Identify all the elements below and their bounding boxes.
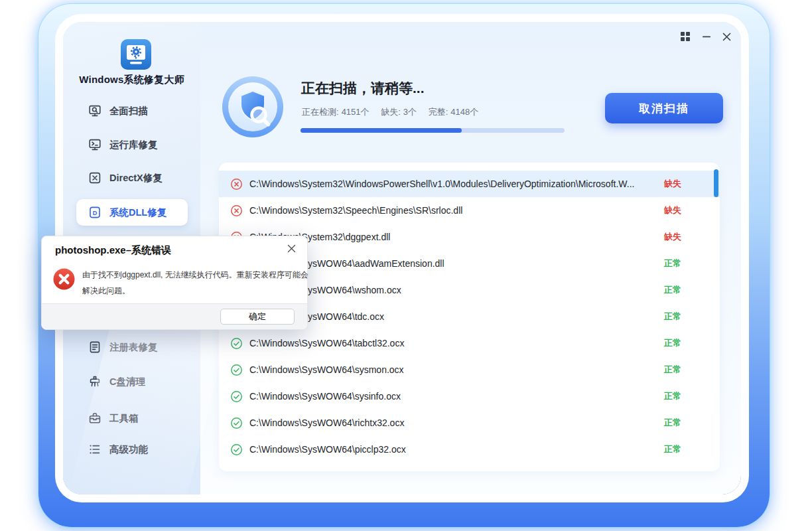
disk-clean-brush-icon [88,375,102,388]
status-badge: 缺失 [664,204,681,216]
sidebar-item-4[interactable]: D系统DLL修复 [76,199,188,226]
file-path: C:\Windows\SysWOW64\sysinfo.ocx [249,391,401,402]
dialog-message-line: 解决此问题。 [82,283,308,299]
status-badge: 正常 [664,443,681,455]
stat-label: 完整: [429,107,448,117]
status-badge: 正常 [664,258,681,269]
scan-status-title: 正在扫描，请稍等... [301,79,425,98]
status-badge: 正常 [664,284,681,296]
sidebar-item-label: 运行库修复 [109,139,158,151]
runtime-terminal-icon [88,138,102,151]
stat-label: 缺失: [381,107,401,117]
fullscan-monitor-icon [88,104,102,117]
file-path: C:\Windows\SysWOW64\picclp32.ocx [249,444,406,455]
sidebar-item-6[interactable]: C盘清理 [76,368,188,395]
screen: Windows系统修复大师 全面扫描运行库修复DirectX修复D系统DLL修复… [0,0,812,531]
file-path: C:\Windows\SysWOW64\richtx32.ocx [249,417,404,428]
sidebar-item-label: 高级功能 [109,443,148,456]
dialog-message: 由于找不到dggpext.dll, 无法继续执行代码。重新安装程序可能会 解决此… [82,267,308,299]
error-circle-icon [230,204,243,217]
status-badge: 缺失 [664,231,681,243]
sidebar-item-label: 注册表修复 [109,341,158,354]
toolbox-case-icon [88,412,102,425]
dialog-footer: 确定 [42,303,307,329]
file-row[interactable]: C:\Windows\SysWOW64\picclp32.ocx正常 [219,436,720,463]
file-row[interactable]: C:\Windows\System32\WindowsPowerShell\v1… [219,171,720,197]
cancel-scan-button[interactable]: 取消扫描 [605,93,723,123]
dialog-ok-button[interactable]: 确定 [220,309,295,325]
file-path: C:\Windows\SysWOW64\tabctl32.ocx [249,338,404,348]
stat-value: 4148个 [450,107,478,117]
error-dialog: photoshop.exe–系统错误 由于找不到dggpext.dll, 无法继… [41,236,308,330]
dialog-title: photoshop.exe–系统错误 [55,244,171,257]
app-title: Windows系统修复大师 [63,74,200,86]
minimize-icon[interactable] [699,29,714,44]
dialog-message-line: 由于找不到dggpext.dll, 无法继续执行代码。重新安装程序可能会 [82,267,308,283]
sidebar-item-8[interactable]: 高级功能 [76,436,188,463]
check-circle-icon [230,417,243,429]
sidebar-item-3[interactable]: DirectX修复 [76,165,188,191]
sidebar-item-7[interactable]: 工具箱 [76,405,188,431]
directx-x-icon [88,171,102,185]
status-badge: 正常 [664,390,681,402]
registry-document-icon [88,341,102,354]
svg-text:D: D [93,210,98,216]
file-path: C:\Windows\System32\Speech\Engines\SR\sr… [249,205,462,216]
file-row[interactable]: C:\Windows\System32\Speech\Engines\SR\sr… [219,197,720,224]
check-circle-icon [230,390,243,403]
file-path: C:\Windows\SysWOW64\sysmon.ocx [249,364,404,375]
dialog-close-icon[interactable] [283,240,299,256]
sidebar-item-1[interactable]: 全面扫描 [76,98,188,124]
file-path: C:\Windows\System32\WindowsPowerShell\v1… [249,179,634,189]
shield-magnifier-icon [221,75,285,139]
sidebar-item-label: 系统DLL修复 [109,206,167,219]
progress-fill [301,128,462,133]
advanced-list-icon [88,443,102,456]
sidebar-item-label: 工具箱 [109,412,139,425]
close-icon[interactable] [719,29,734,44]
file-row[interactable]: C:\Windows\SysWOW64\sysinfo.ocx正常 [219,383,720,410]
file-row[interactable]: C:\Windows\SysWOW64\richtx32.ocx正常 [219,410,720,436]
check-circle-icon [230,364,243,376]
scan-stats: 正在检测:4151个 缺失:3个 完整:4148个 [302,106,488,118]
check-circle-icon [230,337,243,350]
file-row[interactable]: C:\Windows\SysWOW64\sysmon.ocx正常 [219,356,720,383]
progress-bar [301,128,565,133]
status-badge: 正常 [664,337,681,349]
dll-document-icon: D [88,206,102,219]
monitor-gear-logo-icon [121,39,151,70]
scrollbar-thumb[interactable] [714,169,718,197]
sidebar-item-label: 全面扫描 [109,105,148,117]
status-badge: 正常 [664,364,681,376]
sidebar-item-label: C盘清理 [109,376,145,388]
file-row[interactable]: C:\Windows\SysWOW64\tabctl32.ocx正常 [219,330,720,356]
sidebar-item-label: DirectX修复 [109,172,163,185]
stat-label: 正在检测: [302,107,339,117]
stat-value: 3个 [403,107,417,117]
grid-menu-icon[interactable] [678,29,693,44]
status-badge: 正常 [664,311,681,323]
status-badge: 缺失 [664,178,681,190]
check-circle-icon [230,443,243,456]
sidebar-item-2[interactable]: 运行库修复 [76,131,188,158]
stat-value: 4151个 [342,107,370,117]
error-circle-icon [230,178,243,190]
status-badge: 正常 [664,417,681,429]
sidebar-item-5[interactable]: 注册表修复 [76,334,188,360]
error-x-circle-icon [53,268,75,290]
